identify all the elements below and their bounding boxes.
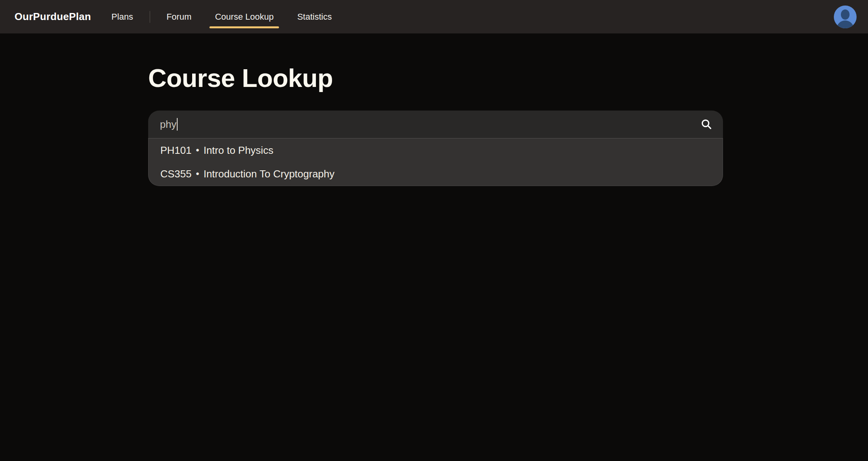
search-icon[interactable] <box>700 118 713 131</box>
nav-tab-plans[interactable]: Plans <box>100 0 145 33</box>
nav-tab-label: Forum <box>167 12 192 22</box>
bullet-separator: • <box>196 145 199 156</box>
search-input[interactable]: phy <box>148 111 723 138</box>
course-title: Introduction To Cryptography <box>204 168 334 180</box>
user-avatar[interactable] <box>834 6 857 28</box>
course-search: phy PH101 • Intro to Physics CS355 • Int… <box>148 111 723 186</box>
nav-tab-label: Course Lookup <box>215 12 273 22</box>
active-tab-indicator <box>209 26 279 28</box>
bullet-separator: • <box>196 168 199 179</box>
nav-tab-forum[interactable]: Forum <box>155 0 204 33</box>
person-silhouette-icon <box>834 6 857 28</box>
search-result-item-ph101[interactable]: PH101 • Intro to Physics <box>149 138 723 162</box>
course-code: CS355 <box>160 168 192 180</box>
nav-divider <box>150 11 150 23</box>
course-code: PH101 <box>160 144 192 157</box>
app-logo[interactable]: OurPurduePlan <box>15 11 91 23</box>
page-title: Course Lookup <box>148 65 333 91</box>
text-caret <box>177 118 178 131</box>
search-result-item-cs355[interactable]: CS355 • Introduction To Cryptography <box>149 162 723 186</box>
search-results-dropdown: PH101 • Intro to Physics CS355 • Introdu… <box>148 138 723 186</box>
course-title: Intro to Physics <box>204 144 273 157</box>
nav-tab-statistics[interactable]: Statistics <box>285 0 343 33</box>
main-nav: Plans Forum Course Lookup Statistics <box>100 0 344 33</box>
nav-tab-course-lookup[interactable]: Course Lookup <box>203 0 285 33</box>
nav-tab-label: Plans <box>112 12 133 22</box>
app-header: OurPurduePlan Plans Forum Course Lookup … <box>0 0 868 33</box>
search-query-text: phy <box>160 118 176 131</box>
nav-tab-label: Statistics <box>297 12 332 22</box>
